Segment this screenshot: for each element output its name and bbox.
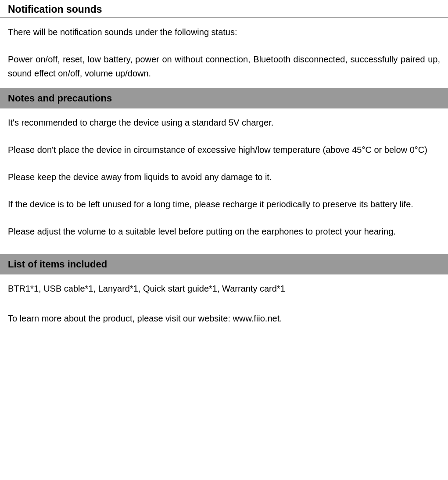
notes-precautions-heading: Notes and precautions <box>8 93 440 104</box>
notification-sounds-heading: Notification sounds <box>8 4 440 15</box>
notes-item-3: Please keep the device away from liquids… <box>8 163 440 184</box>
notes-precautions-section-header: Notes and precautions <box>0 88 448 108</box>
footer-text: To learn more about the product, please … <box>8 303 440 325</box>
notes-item-5: Please adjust the volume to a suitable l… <box>8 217 440 238</box>
list-items-section-header: List of items included <box>0 254 448 274</box>
notes-item-2: Please don't place the device in circums… <box>8 136 440 157</box>
notification-details: Power on/off, reset, low battery, power … <box>8 45 440 80</box>
list-items-heading: List of items included <box>8 259 440 270</box>
notification-sounds-section: Notification sounds <box>8 0 440 17</box>
items-list: BTR1*1, USB cable*1, Lanyard*1, Quick st… <box>8 274 440 296</box>
notes-item-4: If the device is to be left unused for a… <box>8 190 440 211</box>
notification-intro: There will be notification sounds under … <box>8 18 440 39</box>
notes-item-1: It's recommended to charge the device us… <box>8 108 440 130</box>
